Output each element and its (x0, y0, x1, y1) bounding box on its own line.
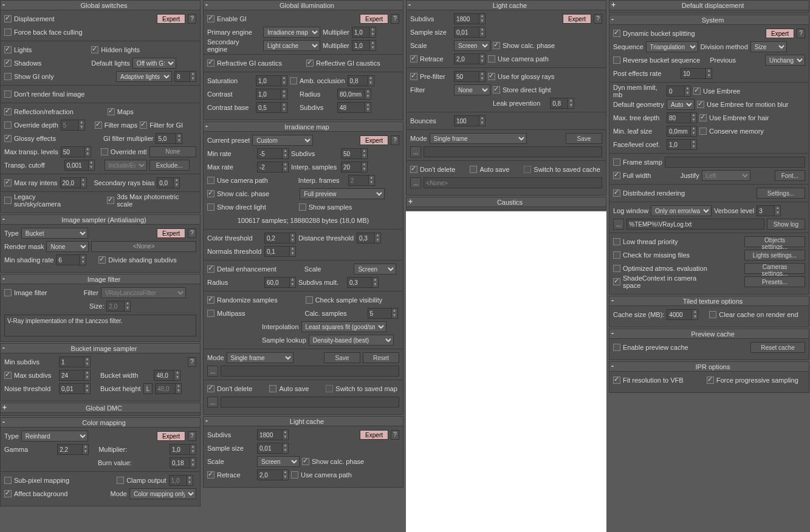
maps-checkbox[interactable] (108, 108, 115, 115)
displacement-label: Displacement (14, 15, 55, 22)
interpolation-select[interactable]: Least squares fit (good/sm (301, 321, 386, 332)
lc-save-button[interactable]: Save (566, 133, 602, 144)
browse-button[interactable]: ... (207, 366, 218, 377)
default-lights-select[interactable]: Off with G: (132, 58, 176, 69)
previous-select[interactable]: Unchange (765, 55, 805, 66)
cm-type-select[interactable]: Reinhard (21, 431, 88, 442)
bucket-lock-button[interactable]: L (143, 383, 153, 394)
hidden-lights-checkbox[interactable] (91, 46, 98, 53)
show-gi-only-checkbox[interactable] (4, 73, 12, 80)
affect-bg-checkbox[interactable] (4, 490, 12, 497)
cameras-settings-button[interactable]: Cameras settings... (744, 263, 805, 274)
adaptive-lights-select[interactable]: Adaptive lights (116, 71, 172, 82)
irr-path-input[interactable] (221, 366, 399, 377)
displacement-checkbox[interactable] (4, 15, 12, 22)
show-samples-checkbox[interactable] (299, 203, 306, 211)
adaptive-lights-spinner[interactable]: ▲▼ (174, 71, 196, 82)
justify-select[interactable]: Left (702, 170, 750, 181)
prefilter-checkbox[interactable] (410, 73, 417, 80)
distributed-checkbox[interactable] (613, 189, 620, 197)
irr-mode-select[interactable]: Single frame (227, 352, 293, 363)
reverse-bucket-checkbox[interactable] (613, 56, 620, 64)
help-button[interactable]: ? (188, 14, 196, 24)
frame-stamp-input[interactable] (665, 157, 805, 168)
override-depth-checkbox[interactable] (4, 121, 12, 129)
show-log-button[interactable]: Show log (767, 219, 805, 230)
enable-gi-checkbox[interactable] (207, 15, 215, 22)
photometric-checkbox[interactable] (107, 197, 114, 204)
amb-occ-checkbox[interactable] (290, 77, 297, 84)
expert-button[interactable]: Expert (157, 14, 185, 24)
image-filter-checkbox[interactable] (4, 289, 12, 296)
subpixel-checkbox[interactable] (4, 477, 12, 484)
override-mtl-checkbox[interactable] (101, 148, 108, 155)
shadows-checkbox[interactable] (4, 60, 12, 67)
filter-select[interactable]: VRayLanczosFilter (101, 287, 186, 298)
lc-show-calc-checkbox[interactable] (302, 458, 309, 465)
ipr-panel: -IPR options Fit resolution to VFB Force… (609, 361, 809, 393)
auto-save-checkbox[interactable] (269, 385, 276, 392)
presets-button[interactable]: Presets... (744, 276, 805, 287)
preset-select[interactable]: Custom (252, 135, 313, 146)
filter-gi-checkbox[interactable] (140, 121, 147, 129)
global-switches-panel: - Global switches Displacement Expert ? … (0, 0, 201, 213)
gi-panel: -Global illumination Enable GI Expert ? … (203, 0, 403, 120)
check-vis-checkbox[interactable] (306, 296, 313, 304)
dont-render-checkbox[interactable] (4, 90, 12, 98)
randomize-checkbox[interactable] (207, 296, 215, 304)
lc-filter-select[interactable]: None (454, 84, 490, 95)
lc-camera-path-checkbox[interactable] (291, 471, 298, 479)
render-mask-select[interactable]: None (46, 241, 89, 252)
preview-select[interactable]: Full preview (300, 188, 385, 199)
default-geom-select[interactable]: Auto (667, 99, 695, 110)
sample-lookup-select[interactable]: Density-based (best) (309, 335, 394, 346)
retrace-checkbox[interactable] (207, 471, 215, 479)
preview-cache-panel: -Preview cache Enable preview cache Rese… (609, 329, 809, 360)
switch-saved-checkbox[interactable] (326, 385, 333, 392)
legacy-checkbox[interactable] (4, 197, 12, 204)
div-method-select[interactable]: Size (750, 41, 787, 52)
font-button[interactable]: Font... (775, 170, 805, 181)
expert-button[interactable]: Expert (157, 228, 185, 238)
objects-settings-button[interactable]: Objects settings... (744, 236, 805, 247)
cm-mode-select[interactable]: Color mapping only (129, 488, 196, 499)
lc-autosave-path[interactable] (424, 177, 602, 188)
max-subdivs-checkbox[interactable] (4, 372, 12, 379)
lights-settings-button[interactable]: Lights settings... (744, 250, 805, 261)
save-button[interactable]: Save (324, 352, 360, 363)
sequence-select[interactable]: Triangulation (646, 41, 698, 52)
refl-refr-checkbox[interactable] (4, 108, 12, 115)
include-exclude-select[interactable]: Include/Exc (105, 160, 147, 171)
divide-subdivs-checkbox[interactable] (98, 256, 106, 264)
frame-stamp-checkbox[interactable] (613, 159, 620, 166)
detail-enh-checkbox[interactable] (207, 265, 215, 273)
glossy-checkbox[interactable] (4, 135, 12, 142)
panel-header[interactable]: -Image sampler (Antialiasing) (1, 215, 200, 225)
reflective-gi-checkbox[interactable] (306, 60, 314, 67)
filter-maps-checkbox[interactable] (95, 121, 102, 129)
refractive-gi-checkbox[interactable] (207, 60, 215, 67)
reset-cache-button[interactable]: Reset cache (750, 342, 805, 353)
panel-header[interactable]: - Global switches (1, 1, 200, 10)
use-camera-path-checkbox[interactable] (207, 177, 215, 184)
settings-button[interactable]: Settings... (757, 188, 805, 199)
show-calc-checkbox[interactable] (207, 190, 215, 197)
primary-engine-select[interactable]: Irradiance map (263, 27, 320, 38)
log-path-input[interactable] (626, 219, 764, 230)
max-ray-intens-checkbox[interactable] (4, 179, 12, 186)
log-window-select[interactable]: Only on error/war (651, 205, 712, 216)
show-direct-checkbox[interactable] (207, 203, 215, 211)
clamp-checkbox[interactable] (117, 477, 124, 484)
override-mtl-none-button[interactable]: None (149, 146, 196, 157)
exclude-button[interactable]: Exclude... (149, 160, 190, 171)
lights-checkbox[interactable] (4, 46, 12, 53)
dont-delete-checkbox[interactable] (207, 385, 215, 392)
secondary-engine-select[interactable]: Light cache (263, 40, 320, 51)
sampler-type-select[interactable]: Bucket (21, 228, 88, 239)
detail-scale-select[interactable]: Screen (354, 264, 396, 275)
dyn-bucket-checkbox[interactable] (613, 30, 620, 37)
multipass-checkbox[interactable] (207, 310, 215, 317)
lc-mode-select[interactable]: Single frame (430, 133, 527, 144)
force-backface-checkbox[interactable] (4, 29, 12, 36)
reset-button[interactable]: Reset (363, 352, 399, 363)
